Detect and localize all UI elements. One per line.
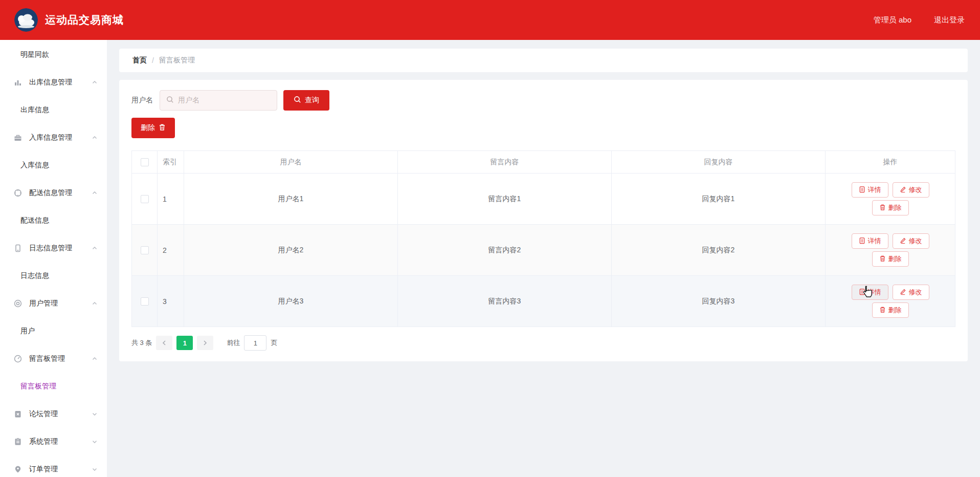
pagination-total: 共 3 条 <box>131 338 152 348</box>
sidebar-item-5[interactable]: 配送信息管理 <box>0 179 107 207</box>
chevron-up-icon <box>92 190 98 196</box>
prev-page-button[interactable] <box>156 336 172 350</box>
sidebar-item-11[interactable]: 留言板管理 <box>0 345 107 373</box>
actions-cell: 详情 修改 删除 <box>826 174 955 225</box>
chevron-left-icon <box>162 340 167 345</box>
chevron-up-icon <box>92 135 98 141</box>
next-page-button[interactable] <box>197 336 213 350</box>
delete-button[interactable]: 删除 <box>872 251 909 267</box>
edit-icon <box>900 237 906 246</box>
sidebar-subitem-label: 日志信息 <box>20 271 49 280</box>
sidebar-item-label: 配送信息管理 <box>29 188 72 198</box>
sidebar-item-label: 日志信息管理 <box>29 244 72 253</box>
table-row: 3用户名3留言内容3回复内容3 详情 修改 删除 <box>132 276 955 327</box>
sidebar-subitem-2[interactable]: 出库信息 <box>0 96 107 124</box>
sidebar-subitem-8[interactable]: 日志信息 <box>0 262 107 290</box>
edit-button[interactable]: 修改 <box>893 182 929 198</box>
search-icon <box>166 96 174 105</box>
admin-user-label[interactable]: 管理员 abo <box>874 15 911 25</box>
batch-delete-label: 删除 <box>141 123 155 133</box>
actions-cell: 详情 修改 删除 <box>826 276 955 327</box>
sidebar-subitem-6[interactable]: 配送信息 <box>0 207 107 234</box>
goto-page-input[interactable] <box>244 335 266 351</box>
forum-icon <box>13 409 23 419</box>
page-number-button[interactable]: 1 <box>176 336 193 350</box>
breadcrumb-current: 留言板管理 <box>159 56 195 65</box>
username-cell: 用户名3 <box>184 276 398 327</box>
sidebar-item-7[interactable]: 日志信息管理 <box>0 234 107 262</box>
sidebar-item-1[interactable]: 出库信息管理 <box>0 69 107 96</box>
trash-icon <box>879 306 886 315</box>
app-logo <box>14 8 38 32</box>
chevron-up-icon <box>92 79 98 85</box>
actions-cell: 详情 修改 删除 <box>826 225 955 276</box>
row-select-cell <box>132 225 158 276</box>
batch-delete-button[interactable]: 删除 <box>131 118 175 138</box>
edit-button-label: 修改 <box>909 236 922 246</box>
sidebar-item-13[interactable]: 论坛管理 <box>0 400 107 428</box>
sidebar-item-label: 留言板管理 <box>29 354 65 363</box>
delete-button[interactable]: 删除 <box>872 302 909 318</box>
logout-link[interactable]: 退出登录 <box>934 15 965 25</box>
message-table: 索引用户名留言内容回复内容操作 1用户名1留言内容1回复内容1 详情 修改 删除… <box>131 150 955 327</box>
sidebar-subitem-label: 留言板管理 <box>20 382 56 391</box>
sidebar-subitem-4[interactable]: 入库信息 <box>0 151 107 179</box>
username-input-placeholder: 用户名 <box>178 96 199 105</box>
row-checkbox[interactable] <box>141 246 149 254</box>
delete-button[interactable]: 删除 <box>872 200 909 215</box>
search-form: 用户名 用户名 查询 <box>131 90 955 111</box>
detail-button[interactable]: 详情 <box>852 182 888 198</box>
sidebar-item-14[interactable]: 系统管理 <box>0 428 107 456</box>
edit-button-label: 修改 <box>909 288 922 297</box>
chevron-down-icon <box>92 411 98 417</box>
row-select-cell <box>132 174 158 225</box>
sidebar-item-label: 用户管理 <box>29 299 58 308</box>
query-button[interactable]: 查询 <box>283 90 329 111</box>
table-header-row: 索引用户名留言内容回复内容操作 <box>132 151 955 174</box>
index-cell: 3 <box>158 276 184 327</box>
sidebar-item-3[interactable]: 入库信息管理 <box>0 124 107 151</box>
sidebar-item-15[interactable]: 订单管理 <box>0 456 107 477</box>
mobile-icon <box>13 244 23 253</box>
edit-button[interactable]: 修改 <box>893 233 929 249</box>
select-all-checkbox[interactable] <box>141 158 149 166</box>
detail-button[interactable]: 详情 <box>852 285 888 300</box>
row-checkbox[interactable] <box>141 297 149 306</box>
sidebar-subitem-0[interactable]: 明星同款 <box>0 41 107 69</box>
edit-icon <box>900 186 906 194</box>
reply-cell: 回复内容1 <box>612 174 826 225</box>
column-header: 索引 <box>158 151 184 174</box>
sidebar-subitem-12-active[interactable]: 留言板管理 <box>0 373 107 400</box>
sidebar: 明星同款出库信息管理出库信息入库信息管理入库信息配送信息管理配送信息日志信息管理… <box>0 40 107 477</box>
compass-icon <box>13 188 23 198</box>
edit-button[interactable]: 修改 <box>893 285 929 300</box>
row-checkbox[interactable] <box>141 195 149 203</box>
trash-icon <box>879 255 886 264</box>
column-header: 用户名 <box>184 151 398 174</box>
goto-page-label: 前往 <box>227 338 240 348</box>
chevron-up-icon <box>92 356 98 362</box>
sidebar-subitem-label: 用户 <box>20 327 35 336</box>
sidebar-subitem-label: 入库信息 <box>20 161 49 170</box>
sidebar-item-label: 系统管理 <box>29 437 58 446</box>
app-header: 运动品交易商城 管理员 abo 退出登录 <box>0 0 980 40</box>
username-search-input[interactable]: 用户名 <box>160 90 277 111</box>
breadcrumb-home[interactable]: 首页 <box>132 56 147 65</box>
briefcase-icon <box>13 133 23 142</box>
detail-button[interactable]: 详情 <box>852 233 888 249</box>
delete-button-label: 删除 <box>888 203 902 212</box>
search-icon <box>294 96 301 105</box>
chevron-up-icon <box>92 245 98 251</box>
sidebar-item-9[interactable]: 用户管理 <box>0 290 107 317</box>
username-field-label: 用户名 <box>131 96 153 105</box>
chevron-down-icon <box>92 439 98 445</box>
username-cell: 用户名1 <box>184 174 398 225</box>
delete-button-label: 删除 <box>888 306 902 315</box>
sidebar-subitem-10[interactable]: 用户 <box>0 317 107 345</box>
column-header: 留言内容 <box>398 151 612 174</box>
main-content: 首页 / 留言板管理 用户名 用户名 查询 删除 <box>107 40 980 477</box>
bar-chart-icon <box>13 78 23 87</box>
edit-icon <box>900 288 906 297</box>
document-icon <box>859 288 865 297</box>
detail-button-label: 详情 <box>868 185 881 194</box>
